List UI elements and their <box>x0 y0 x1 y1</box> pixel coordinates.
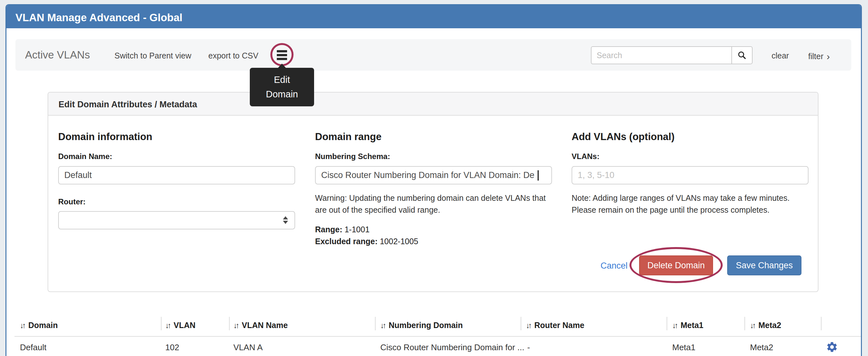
search-button[interactable] <box>732 46 752 64</box>
clear-link[interactable]: clear <box>772 51 789 60</box>
sort-icon: ↓↑ <box>234 321 238 330</box>
hamburger-icon <box>277 50 287 52</box>
domain-name-label: Domain Name: <box>58 152 112 161</box>
range-label: Range: <box>315 225 342 234</box>
edit-domain-panel-title: Edit Domain Attributes / Metadata <box>59 100 197 109</box>
table-cell-domain: Default <box>20 343 46 353</box>
vlans-input[interactable] <box>571 166 808 185</box>
numbering-schema-input[interactable] <box>315 166 552 185</box>
excluded-range-label: Excluded range: <box>315 237 378 246</box>
add-vlans-note-text: Note: Adding large ranges of VLANs may t… <box>571 192 813 216</box>
column-separator <box>821 317 822 330</box>
delete-domain-button[interactable]: Delete Domain <box>639 255 713 276</box>
domain-information-heading: Domain information <box>58 131 152 143</box>
filter-link[interactable]: filter› <box>808 51 830 62</box>
table-header-meta2[interactable]: ↓↑Meta2 <box>750 321 781 330</box>
edit-domain-menu-button[interactable] <box>272 45 292 65</box>
switch-to-parent-view-link[interactable]: Switch to Parent view <box>115 51 191 60</box>
sort-icon: ↓↑ <box>750 321 754 330</box>
select-arrows-icon <box>283 216 288 224</box>
range-value: 1-1001 <box>345 225 370 234</box>
save-changes-button[interactable]: Save Changes <box>727 255 802 276</box>
tooltip-line-1: Edit <box>250 73 314 87</box>
search-input[interactable] <box>591 46 732 64</box>
column-separator <box>161 317 162 330</box>
table-cell-vlan-name: VLAN A <box>234 343 262 353</box>
column-separator <box>229 317 230 330</box>
excluded-range-value: 1002-1005 <box>380 237 418 246</box>
vlans-label: VLANs: <box>571 152 599 161</box>
sort-icon: ↓↑ <box>165 321 170 330</box>
table-header-numbering-domain[interactable]: ↓↑Numbering Domain <box>380 321 463 330</box>
excluded-range-row: Excluded range: 1002-1005 <box>315 237 418 246</box>
table-header-vlan[interactable]: ↓↑VLAN <box>165 321 195 330</box>
text-cursor <box>537 170 539 181</box>
cancel-link[interactable]: Cancel <box>600 261 627 271</box>
table-header-meta1[interactable]: ↓↑Meta1 <box>672 321 704 330</box>
sort-icon: ↓↑ <box>380 321 385 330</box>
column-separator <box>375 317 376 330</box>
add-vlans-heading: Add VLANs (optional) <box>571 131 675 143</box>
table-cell-numbering-domain: Cisco Router Numbering Domain for ... <box>380 343 524 353</box>
table-header-divider <box>14 336 861 337</box>
column-separator <box>666 317 668 330</box>
table-cell-vlan: 102 <box>165 343 179 353</box>
table-cell-router-name: - <box>527 343 530 353</box>
export-to-csv-link[interactable]: export to CSV <box>208 51 258 60</box>
tooltip-caret <box>278 64 286 68</box>
chevron-right-icon: › <box>827 51 830 62</box>
column-separator <box>744 317 745 330</box>
column-separator <box>521 317 522 330</box>
sort-icon: ↓↑ <box>672 321 677 330</box>
router-select[interactable] <box>58 211 295 229</box>
active-vlans-heading: Active VLANs <box>25 49 90 61</box>
page: VLAN Manage Advanced - Global Active VLA… <box>0 0 868 356</box>
row-settings-button[interactable] <box>826 341 838 353</box>
domain-name-input[interactable] <box>58 166 295 185</box>
tooltip-line-2: Domain <box>250 87 314 101</box>
numbering-schema-label: Numbering Schema: <box>315 152 390 161</box>
sort-icon: ↓↑ <box>526 321 530 330</box>
table-cell-meta2: Meta2 <box>750 343 773 353</box>
table-header-router-name[interactable]: ↓↑Router Name <box>526 321 585 330</box>
table-header-vlan-name[interactable]: ↓↑VLAN Name <box>234 321 288 330</box>
router-label: Router: <box>58 197 86 206</box>
edit-domain-tooltip: Edit Domain <box>250 68 314 106</box>
numbering-warning-text: Warning: Updating the numbering domain c… <box>315 192 554 216</box>
page-title: VLAN Manage Advanced - Global <box>16 11 183 24</box>
range-row: Range: 1-1001 <box>315 225 370 234</box>
table-header-domain[interactable]: ↓↑Domain <box>20 321 58 330</box>
gear-icon <box>826 341 838 353</box>
domain-range-heading: Domain range <box>315 131 381 143</box>
search-icon <box>737 51 747 60</box>
sort-icon: ↓↑ <box>20 321 25 330</box>
table-cell-meta1: Meta1 <box>672 343 695 353</box>
